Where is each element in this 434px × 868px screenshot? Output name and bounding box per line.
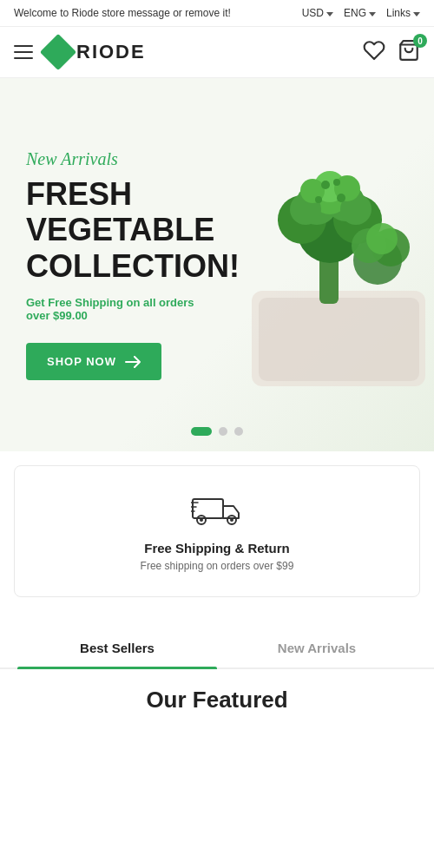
tab-new-arrivals-label: New Arrivals bbox=[278, 641, 356, 655]
hamburger-menu-button[interactable] bbox=[14, 45, 33, 59]
cart-button[interactable]: 0 bbox=[398, 39, 420, 65]
currency-dropdown[interactable]: USD bbox=[302, 7, 333, 19]
cart-badge: 0 bbox=[413, 34, 427, 48]
hero-dots bbox=[191, 427, 243, 436]
feature-card-shipping: Free Shipping & Return Free shipping on … bbox=[14, 465, 420, 597]
wishlist-button[interactable] bbox=[363, 39, 385, 65]
features-section: Free Shipping & Return Free shipping on … bbox=[0, 451, 434, 611]
language-label: ENG bbox=[344, 7, 366, 19]
language-chevron-icon bbox=[369, 12, 376, 16]
svg-point-27 bbox=[230, 518, 233, 522]
hamburger-line-3 bbox=[14, 57, 33, 59]
featured-section: Our Featured bbox=[0, 669, 434, 731]
tabs-header: Best Sellers New Arrivals bbox=[0, 628, 434, 669]
broccoli-svg bbox=[226, 117, 434, 412]
logo-diamond-icon bbox=[40, 34, 76, 70]
hero-dot-2[interactable] bbox=[219, 427, 227, 436]
language-dropdown[interactable]: ENG bbox=[344, 7, 376, 19]
svg-point-15 bbox=[321, 181, 330, 189]
hero-banner: New Arrivals FRESH VEGETABLE Collection!… bbox=[0, 78, 434, 451]
links-label: Links bbox=[386, 7, 411, 19]
links-chevron-icon bbox=[413, 12, 420, 16]
hero-desc-prefix: Get Free Shipping on all orders over bbox=[26, 296, 194, 322]
tab-new-arrivals[interactable]: New Arrivals bbox=[217, 628, 417, 667]
feature-description: Free shipping on orders over $99 bbox=[141, 560, 294, 572]
header-left: RIODE bbox=[14, 39, 146, 65]
svg-point-18 bbox=[337, 194, 345, 202]
arrow-right-icon bbox=[125, 356, 141, 368]
svg-point-22 bbox=[366, 223, 398, 254]
header: RIODE 0 bbox=[0, 27, 434, 78]
hero-dot-3[interactable] bbox=[234, 427, 243, 436]
hamburger-line-2 bbox=[14, 51, 33, 53]
links-dropdown[interactable]: Links bbox=[386, 7, 420, 19]
hero-title-line2: Collection! bbox=[26, 248, 240, 284]
svg-rect-2 bbox=[259, 298, 419, 381]
logo[interactable]: RIODE bbox=[45, 39, 146, 65]
feature-title: Free Shipping & Return bbox=[144, 541, 290, 556]
hamburger-line-1 bbox=[14, 45, 33, 47]
shop-now-label: SHOP NOW bbox=[47, 355, 116, 368]
tab-best-sellers[interactable]: Best Sellers bbox=[17, 628, 217, 667]
hero-description: Get Free Shipping on all orders over $99… bbox=[26, 296, 217, 322]
hero-title-line1: FRESH VEGETABLE bbox=[26, 176, 214, 247]
top-bar-message: Welcome to Riode store message or remove… bbox=[14, 7, 231, 19]
tabs-section: Best Sellers New Arrivals bbox=[0, 611, 434, 669]
hero-content: New Arrivals FRESH VEGETABLE Collection!… bbox=[0, 115, 243, 415]
hero-product-image bbox=[217, 78, 434, 451]
hero-subtitle: New Arrivals bbox=[26, 149, 217, 169]
logo-text: RIODE bbox=[76, 41, 146, 63]
svg-point-17 bbox=[315, 196, 322, 203]
hero-dot-1[interactable] bbox=[191, 427, 212, 436]
shop-now-button[interactable]: SHOP NOW bbox=[26, 343, 161, 380]
header-right: 0 bbox=[363, 39, 420, 65]
top-bar-right: USD ENG Links bbox=[302, 7, 420, 19]
currency-label: USD bbox=[302, 7, 324, 19]
top-bar: Welcome to Riode store message or remove… bbox=[0, 0, 434, 27]
svg-point-25 bbox=[200, 518, 203, 522]
hero-desc-highlight: $99.00 bbox=[53, 309, 88, 322]
currency-chevron-icon bbox=[326, 12, 333, 16]
shipping-icon bbox=[191, 490, 243, 529]
tab-best-sellers-label: Best Sellers bbox=[80, 641, 155, 655]
hero-title: FRESH VEGETABLE Collection! bbox=[26, 176, 217, 284]
svg-point-16 bbox=[333, 179, 340, 186]
featured-section-title: Our Featured bbox=[17, 687, 417, 713]
